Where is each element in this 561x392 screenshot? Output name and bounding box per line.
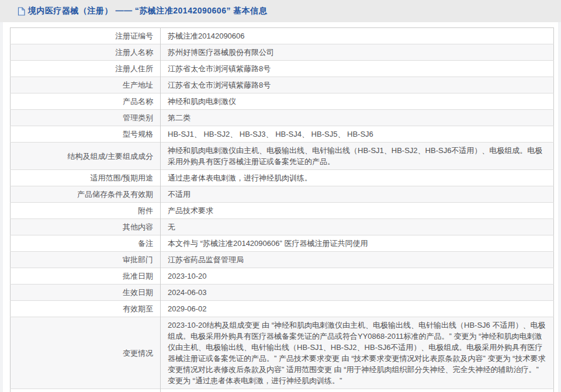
table-row: 注册人住所 江苏省太仓市浏河镇紫藤路8号: [11, 61, 554, 77]
row-value: 江苏省太仓市浏河镇紫藤路8号: [161, 77, 554, 93]
row-label: 产品名称: [11, 93, 161, 110]
row-value: 苏州好博医疗器械股份有限公司: [161, 44, 554, 61]
table-row: 产品储存条件及有效期 不适用: [11, 186, 554, 203]
row-value: 2024-06-03: [161, 285, 554, 301]
row-value: 江苏省太仓市浏河镇紫藤路8号: [161, 61, 554, 77]
row-label: 审批部门: [11, 252, 161, 268]
row-label: 备注: [11, 235, 161, 252]
row-label: 产品储存条件及有效期: [11, 186, 161, 203]
row-value: 无: [161, 219, 554, 235]
row-label: 注册人名称: [11, 44, 161, 61]
row-value: 2023-10-20结构及组成变更 由 “神经和肌肉电刺激仪由主机、电极输出线、…: [161, 317, 554, 389]
document-icon: [18, 7, 25, 16]
row-label: 附件: [11, 203, 161, 219]
info-table-body: 注册证编号 苏械注准20142090606 注册人名称 苏州好博医疗器械股份有限…: [11, 28, 554, 392]
table-row: 批准日期 2023-10-20: [11, 268, 554, 285]
table-row: 变更情况 2023-10-20结构及组成变更 由 “神经和肌肉电刺激仪由主机、电…: [11, 317, 554, 389]
table-row: 附件 产品技术要求: [11, 203, 554, 219]
page-header: 境内医疗器械（注册） —— “苏械注准20142090606” 基本信息: [0, 0, 561, 22]
table-row: 注册人名称 苏州好博医疗器械股份有限公司: [11, 44, 554, 61]
table-row: 审批部门 江苏省药品监督管理局: [11, 252, 554, 268]
row-label: 型号规格: [11, 126, 161, 143]
row-label: 适用范围/预期用途: [11, 170, 161, 186]
row-label: 生产地址: [11, 77, 161, 93]
row-value: 苏械注准20142090606: [161, 28, 554, 44]
info-panel: 注册证编号 苏械注准20142090606 注册人名称 苏州好博医疗器械股份有限…: [3, 22, 558, 392]
table-row: 备注 本文件与 “苏械注准20142090606” 医疗器械注册证共同使用: [11, 235, 554, 252]
row-value: 神经和肌肉电刺激仪由主机、电极输出线、电针输出线（HB-SJ1、HB-SJ2、H…: [161, 143, 554, 170]
row-value: 2023-10-20: [161, 268, 554, 285]
row-label: 结构及组成/主要组成成分: [11, 143, 161, 170]
table-row: 有效期至 2029-06-02: [11, 301, 554, 317]
registration-info-table: 注册证编号 苏械注准20142090606 注册人名称 苏州好博医疗器械股份有限…: [10, 27, 554, 392]
row-label: 有效期至: [11, 301, 161, 317]
row-label: 生效日期: [11, 285, 161, 301]
row-value: 第二类: [161, 110, 554, 126]
row-label: 变更情况: [11, 317, 161, 389]
table-row: 生产地址 江苏省太仓市浏河镇紫藤路8号: [11, 77, 554, 93]
row-label: 管理类别: [11, 110, 161, 126]
table-row: 生效日期 2024-06-03: [11, 285, 554, 301]
note-row: 注 详情: [11, 389, 554, 392]
row-value: 神经和肌肉电刺激仪: [161, 93, 554, 110]
page-title: 境内医疗器械（注册） —— “苏械注准20142090606” 基本信息: [28, 6, 267, 16]
row-value: 产品技术要求: [161, 203, 554, 219]
table-row: 其他内容 无: [11, 219, 554, 235]
row-value: 本文件与 “苏械注准20142090606” 医疗器械注册证共同使用: [161, 235, 554, 252]
row-value: 详情: [161, 389, 554, 392]
row-label: 注册人住所: [11, 61, 161, 77]
table-row: 结构及组成/主要组成成分 神经和肌肉电刺激仪由主机、电极输出线、电针输出线（HB…: [11, 143, 554, 170]
row-label: 其他内容: [11, 219, 161, 235]
row-value: HB-SJ1、 HB-SJ2、 HB-SJ3、 HB-SJ4、 HB-SJ5、 …: [161, 126, 554, 143]
row-label: 注册证编号: [11, 28, 161, 44]
table-row: 管理类别 第二类: [11, 110, 554, 126]
row-value: 江苏省药品监督管理局: [161, 252, 554, 268]
table-row: 适用范围/预期用途 通过患者体表电刺激，进行神经肌肉训练。: [11, 170, 554, 186]
table-row: 型号规格 HB-SJ1、 HB-SJ2、 HB-SJ3、 HB-SJ4、 HB-…: [11, 126, 554, 143]
table-row: 注册证编号 苏械注准20142090606: [11, 28, 554, 44]
row-label: 批准日期: [11, 268, 161, 285]
row-value: 通过患者体表电刺激，进行神经肌肉训练。: [161, 170, 554, 186]
row-value: 不适用: [161, 186, 554, 203]
row-value: 2029-06-02: [161, 301, 554, 317]
row-label: 注: [11, 389, 161, 392]
table-row: 产品名称 神经和肌肉电刺激仪: [11, 93, 554, 110]
